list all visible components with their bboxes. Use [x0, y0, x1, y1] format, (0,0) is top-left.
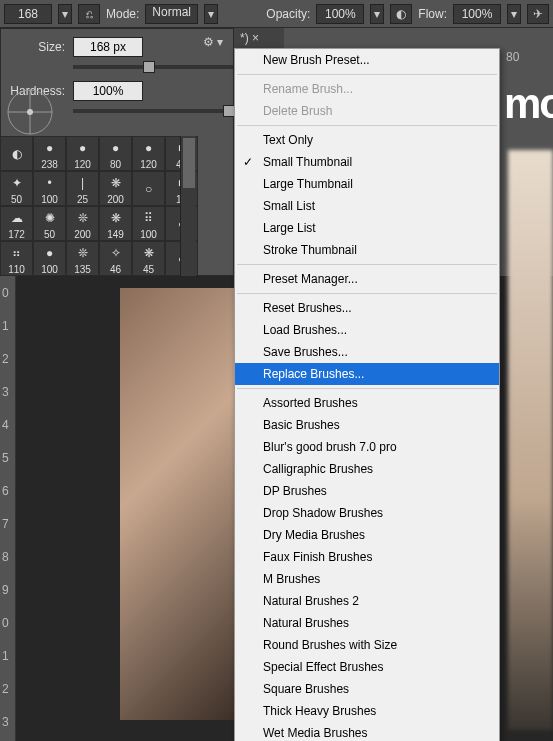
menu-item[interactable]: Replace Brushes... [235, 363, 499, 385]
brush-shape-icon: ✦ [6, 172, 28, 194]
brush-thumbnail[interactable]: ✧46 [99, 241, 132, 276]
brush-panel-toggle-icon[interactable]: ⎌ [78, 4, 100, 24]
menu-item[interactable]: Large Thumbnail [235, 173, 499, 195]
blend-mode-select[interactable]: Normal [145, 4, 198, 24]
airbrush-icon[interactable]: ✈ [527, 4, 549, 24]
menu-item[interactable]: Calligraphic Brushes [235, 458, 499, 480]
brush-size-label: 50 [11, 194, 22, 205]
menu-item[interactable]: Small List [235, 195, 499, 217]
hardness-input[interactable] [73, 81, 143, 101]
brush-shape-icon: ❋ [138, 242, 160, 264]
brush-thumbnail[interactable]: ✦50 [0, 171, 33, 206]
menu-item-label: Dry Media Brushes [263, 528, 365, 542]
menu-item[interactable]: Reset Brushes... [235, 297, 499, 319]
brush-dropdown-icon[interactable]: ▾ [58, 4, 72, 24]
panel-gear-icon[interactable]: ⚙ ▾ [203, 35, 223, 49]
opacity-input[interactable] [316, 4, 364, 24]
brush-thumbnail[interactable]: ○ [132, 171, 165, 206]
brush-thumbnail-grid: ◐●238●120●80●120■40✦50•100|25❋200○■15☁17… [0, 136, 198, 276]
menu-item-label: M Brushes [263, 572, 320, 586]
brush-thumbnail[interactable]: ◐ [0, 136, 33, 171]
brush-thumbnail[interactable]: ☁172 [0, 206, 33, 241]
menu-item[interactable]: Faux Finish Brushes [235, 546, 499, 568]
menu-item[interactable]: Square Brushes [235, 678, 499, 700]
menu-item[interactable]: Dry Media Brushes [235, 524, 499, 546]
menu-item[interactable]: Round Brushes with Size [235, 634, 499, 656]
menu-item-label: Large List [263, 221, 316, 235]
flow-chevron-icon[interactable]: ▾ [507, 4, 521, 24]
menu-item-label: Blur's good brush 7.0 pro [263, 440, 397, 454]
menu-item-label: Round Brushes with Size [263, 638, 397, 652]
brush-thumbnail[interactable]: ⠶110 [0, 241, 33, 276]
menu-item[interactable]: Wet Media Brushes [235, 722, 499, 741]
brush-thumbnail[interactable]: ⠿100 [132, 206, 165, 241]
menu-item-label: Square Brushes [263, 682, 349, 696]
brush-size-label: 46 [110, 264, 121, 275]
menu-separator [237, 388, 497, 389]
size-slider[interactable] [73, 65, 233, 69]
menu-item[interactable]: M Brushes [235, 568, 499, 590]
brush-thumbnail[interactable]: ❊135 [66, 241, 99, 276]
ruler-tick: 3 [2, 385, 9, 399]
document-text: mo [504, 80, 553, 128]
menu-separator [237, 125, 497, 126]
brush-size-label: 80 [110, 159, 121, 170]
menu-item[interactable]: DP Brushes [235, 480, 499, 502]
brush-thumbnail[interactable]: |25 [66, 171, 99, 206]
menu-item-label: Basic Brushes [263, 418, 340, 432]
canvas-image[interactable] [120, 288, 240, 720]
brush-shape-icon: • [39, 172, 61, 194]
brush-shape-icon: ❊ [72, 242, 94, 264]
menu-item[interactable]: Large List [235, 217, 499, 239]
menu-item[interactable]: Text Only [235, 129, 499, 151]
brush-shape-icon: ❋ [105, 207, 127, 229]
menu-item[interactable]: Blur's good brush 7.0 pro [235, 436, 499, 458]
menu-item[interactable]: ✓Small Thumbnail [235, 151, 499, 173]
ruler-tick: 6 [2, 484, 9, 498]
brush-shape-icon: ● [39, 242, 61, 264]
brush-thumbnail[interactable]: ✺50 [33, 206, 66, 241]
menu-item[interactable]: Thick Heavy Brushes [235, 700, 499, 722]
brush-scrollbar[interactable] [180, 136, 196, 276]
brush-thumbnail[interactable]: ❋45 [132, 241, 165, 276]
ruler-tick: 4 [2, 418, 9, 432]
right-image-strip [508, 150, 553, 730]
menu-item[interactable]: Save Brushes... [235, 341, 499, 363]
scrollbar-thumb[interactable] [183, 138, 195, 188]
brush-thumbnail[interactable]: ●120 [132, 136, 165, 171]
brush-size-label: 100 [41, 194, 58, 205]
size-input[interactable] [73, 37, 143, 57]
brush-thumbnail[interactable]: ❋149 [99, 206, 132, 241]
menu-item[interactable]: Special Effect Brushes [235, 656, 499, 678]
hardness-slider[interactable] [73, 109, 233, 113]
menu-item[interactable]: New Brush Preset... [235, 49, 499, 71]
menu-separator [237, 264, 497, 265]
menu-item[interactable]: Assorted Brushes [235, 392, 499, 414]
menu-item[interactable]: Load Brushes... [235, 319, 499, 341]
menu-item[interactable]: Drop Shadow Brushes [235, 502, 499, 524]
menu-item[interactable]: Natural Brushes 2 [235, 590, 499, 612]
brush-thumbnail[interactable]: ●238 [33, 136, 66, 171]
mode-chevron-icon[interactable]: ▾ [204, 4, 218, 24]
brush-size-input[interactable] [4, 4, 52, 24]
menu-item-label: Delete Brush [263, 104, 332, 118]
brush-thumbnail[interactable]: ❊200 [66, 206, 99, 241]
menu-item[interactable]: Preset Manager... [235, 268, 499, 290]
menu-item-label: Replace Brushes... [263, 367, 364, 381]
brush-thumbnail[interactable]: •100 [33, 171, 66, 206]
brush-thumbnail[interactable]: ●120 [66, 136, 99, 171]
ruler-tick: 0 [2, 286, 9, 300]
document-tab[interactable]: *) × [234, 28, 284, 48]
brush-thumbnail[interactable]: ●80 [99, 136, 132, 171]
brush-shape-icon: ○ [138, 178, 160, 200]
brush-angle-widget[interactable] [5, 87, 55, 137]
brush-thumbnail[interactable]: ●100 [33, 241, 66, 276]
menu-item[interactable]: Stroke Thumbnail [235, 239, 499, 261]
pressure-opacity-icon[interactable]: ◐ [390, 4, 412, 24]
menu-item[interactable]: Basic Brushes [235, 414, 499, 436]
brush-thumbnail[interactable]: ❋200 [99, 171, 132, 206]
flow-input[interactable] [453, 4, 501, 24]
opacity-chevron-icon[interactable]: ▾ [370, 4, 384, 24]
menu-item[interactable]: Natural Brushes [235, 612, 499, 634]
menu-item-label: Small List [263, 199, 315, 213]
